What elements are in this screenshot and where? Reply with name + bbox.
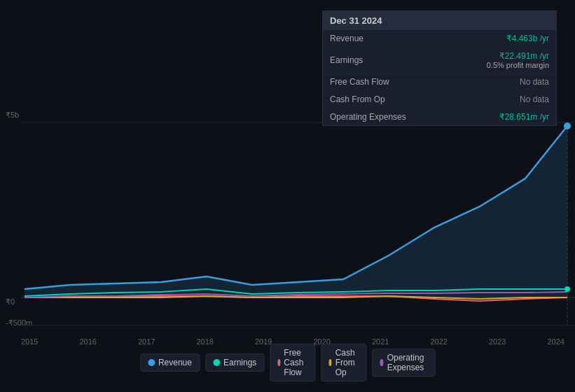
tooltip-earnings-value: ₹22.491m /yr: [499, 51, 549, 61]
legend-earnings[interactable]: Earnings: [205, 354, 264, 372]
tooltip-profit-margin: 0.5% profit margin: [487, 61, 549, 69]
legend-cashop-dot: [328, 359, 331, 366]
legend-op-expenses[interactable]: Operating Expenses: [372, 349, 435, 377]
legend-fcf[interactable]: Free Cash Flow: [270, 344, 315, 382]
legend-fcf-label: Free Cash Flow: [284, 348, 307, 377]
legend-opex-label: Operating Expenses: [387, 353, 427, 372]
tooltip-box: Dec 31 2024 Revenue ₹4.463b /yr Earnings…: [322, 10, 557, 126]
chart-legend: Revenue Earnings Free Cash Flow Cash Fro…: [140, 344, 435, 382]
legend-revenue-dot: [148, 359, 155, 366]
earnings-dot: [564, 286, 570, 292]
tooltip-cashop-label: Cash From Op: [330, 94, 407, 104]
legend-earnings-dot: [213, 359, 220, 366]
tooltip-revenue-label: Revenue: [330, 34, 407, 43]
legend-earnings-label: Earnings: [223, 358, 256, 368]
tooltip-earnings-values: ₹22.491m /yr 0.5% profit margin: [487, 51, 549, 69]
tooltip-date: Dec 31 2024: [323, 11, 556, 30]
tooltip-fcf-row: Free Cash Flow No data: [323, 74, 556, 91]
legend-revenue-label: Revenue: [158, 358, 192, 368]
tooltip-cashop-value: No data: [520, 94, 549, 104]
tooltip-opex-value: ₹28.651m /yr: [499, 112, 549, 122]
chart-container: Dec 31 2024 Revenue ₹4.463b /yr Earnings…: [0, 0, 575, 392]
tooltip-fcf-label: Free Cash Flow: [330, 77, 407, 87]
tooltip-cashop-row: Cash From Op No data: [323, 91, 556, 108]
tooltip-revenue-row: Revenue ₹4.463b /yr: [323, 30, 556, 48]
x-label-2015: 2015: [21, 337, 38, 346]
x-label-2024: 2024: [548, 337, 564, 346]
tooltip-earnings-label: Earnings: [330, 55, 407, 65]
legend-cash-from-op[interactable]: Cash From Op: [321, 344, 366, 382]
chart-svg: [0, 108, 575, 346]
tooltip-opex-label: Operating Expenses: [330, 112, 407, 122]
tooltip-earnings-row: Earnings ₹22.491m /yr 0.5% profit margin: [323, 48, 556, 74]
revenue-area: [25, 126, 567, 298]
legend-revenue[interactable]: Revenue: [140, 354, 200, 372]
tooltip-revenue-value: ₹4.463b /yr: [506, 34, 549, 43]
x-label-2023: 2023: [489, 337, 506, 346]
tooltip-fcf-value: No data: [520, 77, 549, 87]
legend-opex-dot: [380, 359, 383, 366]
x-label-2016: 2016: [80, 337, 97, 346]
legend-cashop-label: Cash From Op: [335, 348, 359, 377]
tooltip-opex-row: Operating Expenses ₹28.651m /yr: [323, 108, 556, 125]
revenue-dot: [564, 122, 571, 130]
legend-fcf-dot: [277, 359, 280, 366]
